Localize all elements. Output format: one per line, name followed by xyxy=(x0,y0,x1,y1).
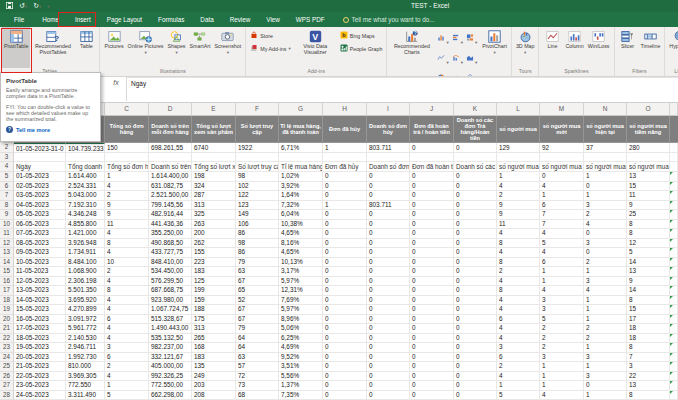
cell-D11[interactable]: 355.250,00 xyxy=(149,229,192,239)
cell-J11[interactable]: 0 xyxy=(410,229,454,239)
cell-F16[interactable]: 67 xyxy=(236,277,279,287)
cell-J18[interactable]: 0 xyxy=(410,296,454,306)
smartart-button[interactable]: SmartArt xyxy=(188,27,213,68)
cell-E5[interactable]: 198 xyxy=(192,172,236,182)
cell-L8[interactable]: 9 xyxy=(497,201,540,211)
row-number[interactable]: 21 xyxy=(0,324,14,334)
cell-C6[interactable]: 4 xyxy=(105,182,149,192)
cell-L20[interactable]: 6 xyxy=(497,315,540,325)
row-number[interactable]: 3 xyxy=(0,153,14,162)
cell-F13[interactable]: 86 xyxy=(236,248,279,258)
pictures-button[interactable]: Pictures xyxy=(102,27,125,68)
tab-data[interactable]: Data xyxy=(192,12,221,27)
cell-K9[interactable]: 0 xyxy=(454,210,497,220)
cell-K12[interactable]: 0 xyxy=(454,239,497,249)
3d-map-button[interactable]: 3D Map▾ xyxy=(514,27,537,68)
cell-A9[interactable]: 05-05-2023 xyxy=(14,210,66,220)
pivottable-button[interactable]: PivotTable xyxy=(2,27,30,68)
cell-G1[interactable]: Tỉ lệ mua hàng, đã thanh toán xyxy=(279,116,323,143)
tab-formulas[interactable]: Formulas xyxy=(150,12,192,27)
cell-K24[interactable]: 0 xyxy=(454,353,497,363)
cell-L9[interactable]: 9 xyxy=(497,210,540,220)
cell-N21[interactable]: 2 xyxy=(584,324,627,334)
cell-G2[interactable]: 6,71% xyxy=(279,143,323,153)
row-number[interactable]: 28 xyxy=(0,391,14,400)
cell-E3[interactable] xyxy=(192,153,236,162)
row-number[interactable]: 25 xyxy=(0,362,14,372)
cell-O21[interactable]: 18 xyxy=(627,324,670,334)
cell-O26[interactable]: 22 xyxy=(627,372,670,382)
cell-E9[interactable]: 325 xyxy=(192,210,236,220)
cell-I18[interactable]: 0 xyxy=(367,296,410,306)
cell-J2[interactable]: 0 xyxy=(410,143,454,153)
row-number[interactable]: 26 xyxy=(0,372,14,382)
cell-M17[interactable]: 4 xyxy=(540,286,584,296)
cell-A2[interactable]: 01-05-2023-31-0 xyxy=(14,143,66,153)
cell-E27[interactable]: 203 xyxy=(192,381,236,391)
cell-M22[interactable]: 2 xyxy=(540,334,584,344)
cell-O24[interactable]: 7 xyxy=(627,353,670,363)
cell-G5[interactable]: 1,02% xyxy=(279,172,323,182)
cell-I19[interactable]: 0 xyxy=(367,305,410,315)
cell-F12[interactable]: 98 xyxy=(236,239,279,249)
row-number[interactable]: 2 xyxy=(0,143,14,153)
cell-D2[interactable]: 698.261,55 xyxy=(149,143,192,153)
cell-J24[interactable]: 0 xyxy=(410,353,454,363)
store-button[interactable]: Store xyxy=(250,31,290,40)
cell-M4[interactable]: số người mua m xyxy=(540,162,584,172)
cell-I2[interactable]: 803.711 xyxy=(367,143,410,153)
cell-N25[interactable]: 1 xyxy=(584,362,627,372)
row-number[interactable]: 13 xyxy=(0,248,14,258)
cell-I4[interactable]: Doanh số đơn h xyxy=(367,162,410,172)
cell-N2[interactable]: 37 xyxy=(584,143,627,153)
undo-button[interactable]: ↺▾ xyxy=(19,2,27,10)
cell-L24[interactable]: 6 xyxy=(497,353,540,363)
cell-N27[interactable]: 0 xyxy=(584,381,627,391)
cell-A7[interactable]: 03-05-2023 xyxy=(14,191,66,201)
cell-N10[interactable]: 4 xyxy=(584,220,627,230)
cell-B24[interactable]: 1.992.730 xyxy=(66,353,105,363)
cell-L25[interactable]: 2 xyxy=(497,362,540,372)
cell-E26[interactable]: 249 xyxy=(192,372,236,382)
cell-N9[interactable]: 2 xyxy=(584,210,627,220)
cell-C28[interactable]: 5 xyxy=(105,391,149,400)
cell-P-sliver[interactable] xyxy=(670,267,678,277)
cell-C18[interactable]: 4 xyxy=(105,296,149,306)
cell-C3[interactable] xyxy=(105,153,149,162)
cell-P-sliver[interactable] xyxy=(670,286,678,296)
cell-A24[interactable]: 20-05-2023 xyxy=(14,353,66,363)
cell-C20[interactable]: 6 xyxy=(105,315,149,325)
cell-I17[interactable]: 0 xyxy=(367,286,410,296)
cell-M7[interactable]: 1 xyxy=(540,191,584,201)
cell-M13[interactable]: 4 xyxy=(540,248,584,258)
cell-M25[interactable]: 1 xyxy=(540,362,584,372)
cell-A11[interactable]: 07-05-2023 xyxy=(14,229,66,239)
cell-O14[interactable]: 14 xyxy=(627,258,670,268)
cell-C4[interactable]: Tổng số đơn hà xyxy=(105,162,149,172)
cell-H23[interactable]: 0 xyxy=(323,343,367,353)
cell-C26[interactable]: 4 xyxy=(105,372,149,382)
cell-P-sliver[interactable] xyxy=(670,258,678,268)
cell-P-sliver[interactable] xyxy=(670,372,678,382)
cell-I10[interactable]: 0 xyxy=(367,220,410,230)
cell-E6[interactable]: 324 xyxy=(192,182,236,192)
cell-P-sliver[interactable] xyxy=(670,343,678,353)
cell-L11[interactable]: 4 xyxy=(497,229,540,239)
cell-F14[interactable]: 79 xyxy=(236,258,279,268)
cell-D27[interactable]: 772.550,00 xyxy=(149,381,192,391)
cell-D26[interactable]: 992.326,25 xyxy=(149,372,192,382)
cell-D12[interactable]: 490.868,50 xyxy=(149,239,192,249)
cell-A16[interactable]: 12-05-2023 xyxy=(14,277,66,287)
cell-B3[interactable] xyxy=(66,153,105,162)
cell-A13[interactable]: 09-05-2023 xyxy=(14,248,66,258)
cell-L12[interactable]: 8 xyxy=(497,239,540,249)
cell-I6[interactable]: 0 xyxy=(367,182,410,192)
cell-F25[interactable]: 57 xyxy=(236,362,279,372)
cell-K7[interactable]: 0 xyxy=(454,191,497,201)
line-button[interactable]: Line xyxy=(541,27,563,68)
cell-D4[interactable]: Doanh số trên n xyxy=(149,162,192,172)
cell-F24[interactable]: 63 xyxy=(236,353,279,363)
tab-view[interactable]: View xyxy=(258,12,288,27)
cell-I8[interactable]: 803.711 xyxy=(367,201,410,211)
cell-H1[interactable]: Đơn đã hủy xyxy=(323,116,367,143)
